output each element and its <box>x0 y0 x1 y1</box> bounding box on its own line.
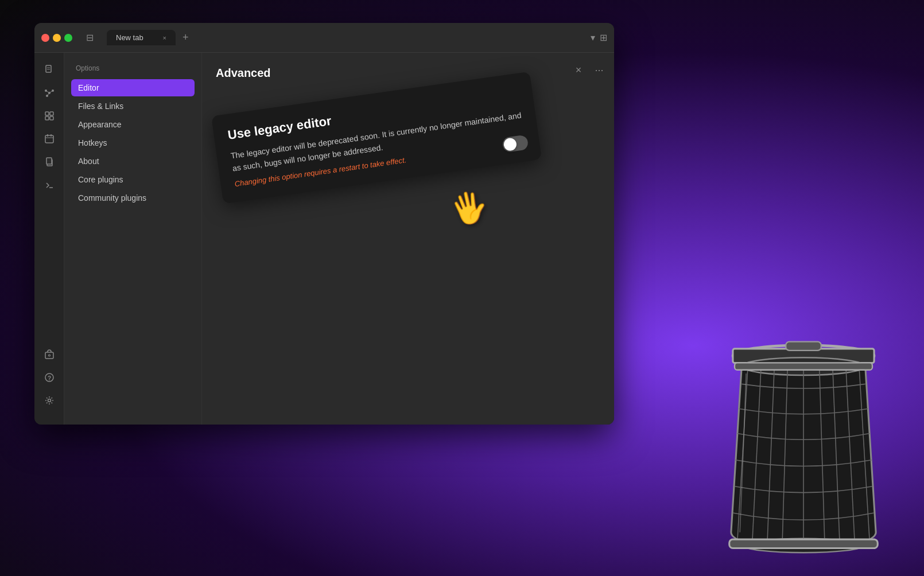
svg-point-25 <box>48 399 51 402</box>
options-sidebar: Options Editor Files & Links Appearance … <box>64 53 202 425</box>
sidebar-graph-icon[interactable] <box>39 83 60 103</box>
minimize-button-traffic[interactable] <box>53 34 61 42</box>
option-community-plugins[interactable]: Community plugins <box>71 189 195 207</box>
svg-line-37 <box>833 367 840 543</box>
svg-rect-27 <box>733 349 874 363</box>
app-window: ⊟ New tab × + ▾ ⊞ <box>34 23 614 425</box>
svg-text:?: ? <box>47 375 51 382</box>
sidebar-copy-icon[interactable] <box>39 151 60 172</box>
svg-point-26 <box>733 345 874 367</box>
svg-point-30 <box>743 539 863 553</box>
svg-rect-11 <box>50 112 53 115</box>
sidebar-settings-icon[interactable] <box>39 390 60 411</box>
option-about[interactable]: About <box>71 153 195 170</box>
settings-panel: Options Editor Files & Links Appearance … <box>64 53 614 425</box>
svg-line-8 <box>49 91 53 93</box>
svg-rect-41 <box>729 539 878 548</box>
svg-rect-14 <box>45 135 53 143</box>
sidebar-toggle-icon[interactable]: ⊟ <box>81 30 98 46</box>
title-bar: ⊟ New tab × + ▾ ⊞ <box>34 23 614 53</box>
toggle-knob <box>503 137 517 151</box>
svg-rect-13 <box>50 116 53 120</box>
tab-label: New tab <box>116 33 143 42</box>
svg-line-9 <box>47 93 49 96</box>
main-content: × ··· Advanced Use legacy editor The leg… <box>202 53 614 425</box>
app-body: ? Options Editor Files & Links Appearanc… <box>34 53 614 425</box>
svg-point-29 <box>741 357 865 375</box>
svg-line-36 <box>820 367 825 543</box>
traffic-lights <box>41 34 72 42</box>
svg-rect-19 <box>46 158 52 164</box>
dropdown-icon[interactable]: ▾ <box>591 32 595 43</box>
option-appearance[interactable]: Appearance <box>71 116 195 133</box>
legacy-editor-toggle[interactable] <box>502 134 529 153</box>
svg-rect-40 <box>735 363 872 369</box>
option-editor[interactable]: Editor <box>71 79 195 96</box>
svg-line-39 <box>859 367 869 543</box>
hand-cursor-icon: 🖐 <box>447 186 492 230</box>
svg-rect-28 <box>786 342 821 351</box>
svg-line-34 <box>782 367 787 543</box>
svg-rect-0 <box>46 65 51 72</box>
split-view-icon[interactable]: ⊞ <box>600 32 607 43</box>
options-title: Options <box>71 64 195 72</box>
legacy-editor-card: Use legacy editor The legacy editor will… <box>211 72 542 204</box>
sidebar-help-icon[interactable]: ? <box>39 367 60 388</box>
option-files-links[interactable]: Files & Links <box>71 98 195 115</box>
svg-line-33 <box>767 367 774 543</box>
sidebar-grid-icon[interactable] <box>39 106 60 126</box>
panel-more-button[interactable]: ··· <box>591 62 607 78</box>
svg-line-38 <box>846 367 855 543</box>
option-core-plugins[interactable]: Core plugins <box>71 171 195 188</box>
trash-can <box>706 329 901 559</box>
tab-area: New tab × + <box>107 29 586 46</box>
option-hotkeys[interactable]: Hotkeys <box>71 134 195 151</box>
svg-rect-10 <box>45 112 49 115</box>
maximize-button-traffic[interactable] <box>64 34 72 42</box>
svg-line-32 <box>752 367 761 543</box>
sidebar-file-icon[interactable] <box>39 60 60 80</box>
sidebar-terminal-icon[interactable] <box>39 174 60 195</box>
section-title: Advanced <box>216 67 600 80</box>
icon-sidebar: ? <box>34 53 64 425</box>
svg-rect-21 <box>45 352 53 359</box>
svg-rect-12 <box>45 116 49 120</box>
active-tab[interactable]: New tab × <box>107 30 176 45</box>
panel-close-button[interactable]: × <box>570 62 587 78</box>
icon-sidebar-bottom: ? <box>39 344 60 418</box>
sidebar-vault-icon[interactable] <box>39 344 60 365</box>
svg-line-7 <box>46 91 49 93</box>
tab-close-icon[interactable]: × <box>163 34 166 41</box>
close-button-traffic[interactable] <box>41 34 49 42</box>
svg-line-31 <box>737 367 748 543</box>
tab-controls: ▾ ⊞ <box>591 32 607 43</box>
sidebar-calendar-icon[interactable] <box>39 129 60 149</box>
new-tab-button[interactable]: + <box>178 29 193 46</box>
svg-point-22 <box>48 355 50 356</box>
